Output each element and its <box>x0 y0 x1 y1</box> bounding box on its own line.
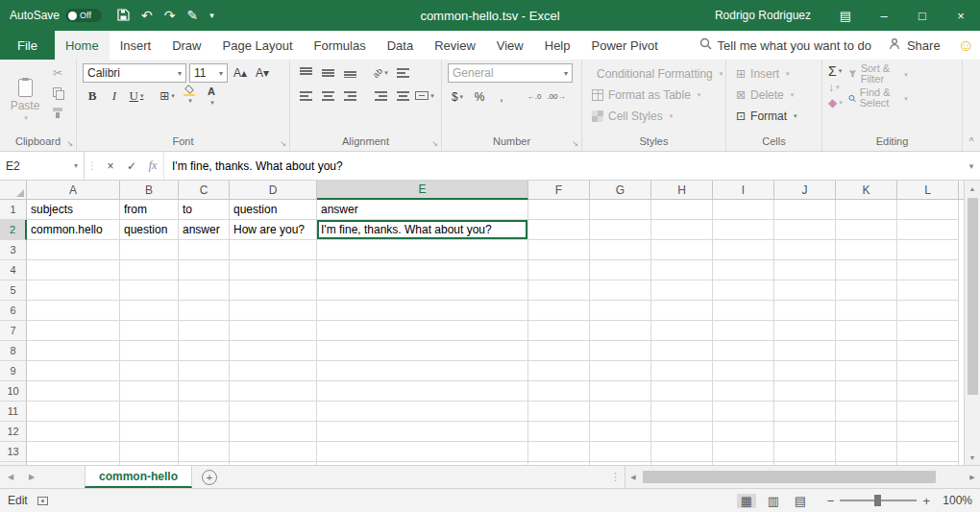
cell-L8[interactable] <box>897 341 959 361</box>
copy-icon[interactable] <box>48 84 67 102</box>
cell-A1[interactable]: subjects <box>27 200 120 220</box>
percent-style-icon[interactable]: % <box>470 87 489 106</box>
ribbon-display-options-icon[interactable]: ▤ <box>826 0 865 31</box>
cell-K1[interactable] <box>836 200 897 220</box>
cell-C4[interactable] <box>179 260 230 280</box>
cut-icon[interactable]: ✂ <box>48 63 67 82</box>
cell-D4[interactable] <box>230 260 317 280</box>
cell-B13[interactable] <box>120 442 179 462</box>
cell-L10[interactable] <box>897 381 959 402</box>
tab-draw[interactable]: Draw <box>161 31 211 60</box>
horizontal-scrollbar-thumb[interactable] <box>643 471 936 483</box>
formula-input[interactable]: I'm fine, thanks. What about you? <box>163 152 963 180</box>
cell-B8[interactable] <box>120 341 179 361</box>
cell-E11[interactable] <box>317 402 528 422</box>
paste-button[interactable]: Paste <box>6 63 44 134</box>
cell-I6[interactable] <box>713 301 774 321</box>
cell-D5[interactable] <box>230 280 317 301</box>
cell-F8[interactable] <box>528 341 590 361</box>
format-as-table-button[interactable]: Format as Table <box>588 85 720 106</box>
vertical-scrollbar[interactable]: ▲ ▼ <box>964 181 980 465</box>
row-header-4[interactable]: 4 <box>0 260 27 280</box>
align-center-icon[interactable] <box>318 86 337 105</box>
cell-L12[interactable] <box>897 422 959 442</box>
cell-C8[interactable] <box>179 341 230 361</box>
cell-H11[interactable] <box>651 402 713 422</box>
cell-B7[interactable] <box>120 321 179 341</box>
tell-me-box[interactable]: Tell me what you want to do <box>699 37 871 53</box>
cell-B12[interactable] <box>120 422 179 442</box>
cell-D3[interactable] <box>230 240 317 260</box>
insert-function-icon[interactable]: fx <box>142 152 163 180</box>
page-break-view-icon[interactable]: ▤ <box>791 494 810 508</box>
sort-filter-button[interactable]: Sort & Filter <box>848 63 908 85</box>
fill-icon[interactable]: ↓ <box>828 81 840 94</box>
cell-D6[interactable] <box>230 301 317 321</box>
minimize-button[interactable]: – <box>865 0 903 31</box>
page-layout-view-icon[interactable]: ▥ <box>764 494 783 508</box>
row-header-2[interactable]: 2 <box>0 220 27 240</box>
pen-mode-icon[interactable]: ✎ <box>187 9 199 22</box>
cell-D2[interactable]: How are you? <box>230 220 317 240</box>
conditional-formatting-button[interactable]: Conditional Formatting <box>588 63 720 85</box>
cell-F7[interactable] <box>528 321 590 341</box>
cell-L1[interactable] <box>897 200 959 220</box>
cell-J4[interactable] <box>774 260 836 280</box>
column-header-C[interactable]: C <box>179 181 230 200</box>
cell-K8[interactable] <box>836 341 897 361</box>
cell-F5[interactable] <box>528 280 590 301</box>
row-header-12[interactable]: 12 <box>0 422 27 442</box>
autosum-icon[interactable]: Σ <box>828 63 842 79</box>
cell-L13[interactable] <box>897 442 959 462</box>
column-header-G[interactable]: G <box>590 181 651 200</box>
cell-K7[interactable] <box>836 321 897 341</box>
cell-E9[interactable] <box>317 361 528 381</box>
cell-F4[interactable] <box>528 260 590 280</box>
sheet-bar-splitter[interactable]: ⋮ <box>606 466 625 488</box>
scroll-right-icon[interactable]: ▶ <box>965 470 980 485</box>
font-dialog-launcher[interactable]: ↘ <box>280 140 286 148</box>
zoom-level[interactable]: 100% <box>938 494 972 507</box>
alignment-dialog-launcher[interactable]: ↘ <box>431 140 438 148</box>
cell-G13[interactable] <box>590 442 651 462</box>
orientation-icon[interactable]: ab <box>371 63 390 82</box>
cell-L6[interactable] <box>897 301 959 321</box>
cell-C10[interactable] <box>179 381 230 402</box>
cell-I13[interactable] <box>713 442 774 462</box>
tab-formulas[interactable]: Formulas <box>304 31 377 60</box>
cell-I11[interactable] <box>713 402 774 422</box>
cell-E2[interactable]: I'm fine, thanks. What about you? <box>317 220 528 240</box>
enter-icon[interactable]: ✓ <box>121 152 142 180</box>
cell-G4[interactable] <box>590 260 651 280</box>
column-header-F[interactable]: F <box>528 181 590 200</box>
tab-view[interactable]: View <box>486 31 534 60</box>
row-header-1[interactable]: 1 <box>0 200 27 220</box>
cell-I8[interactable] <box>713 341 774 361</box>
borders-icon[interactable]: ⊞ <box>158 86 177 105</box>
cell-K10[interactable] <box>836 381 897 402</box>
align-middle-icon[interactable] <box>318 63 337 82</box>
cell-A8[interactable] <box>27 341 120 361</box>
cell-B3[interactable] <box>120 240 179 260</box>
cell-C2[interactable]: answer <box>179 220 230 240</box>
cell-K3[interactable] <box>836 240 897 260</box>
column-header-E[interactable]: E <box>317 181 528 200</box>
cell-F2[interactable] <box>528 220 590 240</box>
row-header-10[interactable]: 10 <box>0 381 27 402</box>
cell-F3[interactable] <box>528 240 590 260</box>
row-header-7[interactable]: 7 <box>0 321 27 341</box>
cell-E1[interactable]: answer <box>317 200 528 220</box>
cell-J6[interactable] <box>774 301 836 321</box>
macro-record-icon[interactable] <box>37 497 48 505</box>
cell-I1[interactable] <box>713 200 774 220</box>
undo-icon[interactable]: ↶ <box>141 9 153 22</box>
grow-font-icon[interactable]: A▴ <box>231 64 250 83</box>
cell-H8[interactable] <box>651 341 713 361</box>
row-header-13[interactable]: 13 <box>0 442 27 462</box>
bold-button[interactable]: B <box>83 86 102 105</box>
cell-E6[interactable] <box>317 301 528 321</box>
cell-D1[interactable]: question <box>230 200 317 220</box>
decrease-decimal-icon[interactable]: .00→ <box>547 87 566 106</box>
column-header-I[interactable]: I <box>713 181 774 200</box>
underline-button[interactable]: U <box>127 86 146 105</box>
